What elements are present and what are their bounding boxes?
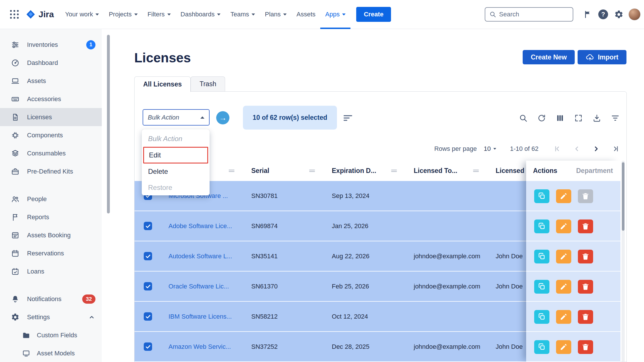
drag-handle-icon[interactable]	[472, 167, 480, 174]
search-box[interactable]	[485, 7, 573, 22]
row-checkbox[interactable]	[144, 252, 152, 260]
sidebar-item-dashboard[interactable]: Dashboard	[0, 54, 102, 72]
delete-button[interactable]	[578, 340, 593, 354]
edit-button[interactable]	[556, 219, 571, 233]
license-name-link[interactable]: Autodesk Software L...	[168, 253, 232, 260]
serial-cell: SN69874	[246, 211, 327, 241]
tab-trash[interactable]: Trash	[191, 76, 225, 91]
help-icon[interactable]: ?	[597, 8, 610, 21]
delete-button[interactable]	[578, 310, 593, 324]
edit-button[interactable]	[556, 280, 571, 294]
sidebar-scrollbar[interactable]	[107, 29, 110, 362]
license-name-link[interactable]: Amazon Web Servic...	[168, 343, 231, 351]
expiration-cell: Aug 22, 2026	[327, 241, 409, 271]
nav-teams[interactable]: Teams	[225, 0, 260, 29]
edit-button[interactable]	[556, 189, 571, 203]
delete-button[interactable]	[578, 219, 593, 233]
header-serial[interactable]: Serial	[246, 161, 327, 181]
license-name-link[interactable]: Oracle Software Lic...	[168, 283, 229, 290]
row-checkbox[interactable]	[144, 312, 152, 321]
expiration-cell: Dec 28, 2025	[327, 332, 409, 361]
license-name-link[interactable]: Adobe Software Lice...	[168, 222, 232, 230]
create-button[interactable]: Create	[356, 7, 391, 22]
row-checkbox[interactable]	[144, 282, 152, 290]
flag-icon[interactable]	[581, 8, 594, 21]
jira-logo[interactable]: Jira	[25, 9, 54, 20]
nav-projects[interactable]: Projects	[104, 0, 142, 29]
header-licensed-to[interactable]: Licensed To...	[409, 161, 490, 181]
scrollbar-thumb[interactable]	[107, 35, 110, 213]
copy-button[interactable]	[534, 189, 549, 203]
last-page-icon[interactable]	[612, 145, 620, 153]
row-checkbox[interactable]	[144, 342, 152, 351]
edit-button[interactable]	[556, 340, 571, 354]
chevron-down-icon	[252, 14, 255, 16]
copy-button[interactable]	[534, 310, 549, 324]
bulk-action-select[interactable]: Bulk Action	[143, 109, 210, 126]
create-new-button[interactable]: Create New	[523, 50, 575, 64]
sidebar-item-reports[interactable]: Reports	[0, 208, 102, 226]
sidebar-item-custom-fields[interactable]: Custom Fields	[0, 326, 102, 344]
nav-your-work[interactable]: Your work	[60, 0, 104, 29]
sidebar-item-people[interactable]: People	[0, 190, 102, 208]
menu-item-edit[interactable]: Edit	[143, 147, 208, 163]
copy-icon	[538, 253, 546, 260]
sidebar-item-accessories[interactable]: Accessories	[0, 90, 102, 108]
search-icon[interactable]	[519, 114, 528, 122]
copy-button[interactable]	[534, 280, 549, 294]
copy-button[interactable]	[534, 219, 549, 233]
edit-button[interactable]	[556, 250, 571, 263]
next-page-icon[interactable]	[593, 145, 600, 153]
nav-assets[interactable]: Assets	[292, 0, 320, 29]
sort-lines-icon[interactable]	[344, 115, 354, 122]
license-name-link[interactable]: IBM Software Licens...	[168, 313, 232, 320]
sidebar-item-licenses[interactable]: Licenses	[0, 108, 102, 126]
apply-bulk-action-button[interactable]: →	[216, 111, 229, 124]
refresh-icon[interactable]	[537, 114, 546, 122]
copy-button[interactable]	[534, 340, 549, 354]
table-scrollbar[interactable]	[622, 161, 625, 362]
import-button[interactable]: Import	[578, 50, 626, 64]
copy-button[interactable]	[534, 250, 549, 263]
header-expiration[interactable]: Expiration D...	[327, 161, 409, 181]
gear-icon[interactable]	[612, 8, 625, 21]
nav-plans[interactable]: Plans	[260, 0, 292, 29]
app-switcher-icon[interactable]	[9, 9, 20, 20]
download-icon[interactable]	[593, 114, 601, 122]
columns-icon[interactable]	[556, 114, 564, 122]
sidebar-item-consumables[interactable]: Consumables	[0, 144, 102, 162]
drag-handle-icon[interactable]	[308, 167, 316, 174]
sidebar-item-settings[interactable]: Settings	[0, 308, 102, 326]
chevron-down-icon	[134, 14, 138, 16]
delete-button[interactable]	[578, 280, 593, 294]
edit-button[interactable]	[556, 310, 571, 324]
sidebar-item-assets[interactable]: Assets	[0, 72, 102, 90]
sidebar-item-notifications[interactable]: Notifications 32	[0, 290, 102, 308]
sidebar-item-loans[interactable]: Loans	[0, 262, 102, 280]
inventories-badge: 1	[86, 40, 95, 49]
tabs: All Licenses Trash	[134, 76, 225, 92]
nav-apps[interactable]: Apps	[320, 0, 350, 29]
scrollbar-thumb[interactable]	[622, 162, 624, 231]
sidebar-item-assets-booking[interactable]: Assets Booking	[0, 226, 102, 244]
sidebar-item-asset-models[interactable]: Asset Models	[0, 344, 102, 362]
delete-button[interactable]	[578, 250, 593, 263]
drag-handle-icon[interactable]	[228, 167, 235, 174]
kits-icon	[11, 167, 20, 176]
nav-filters[interactable]: Filters	[143, 0, 176, 29]
search-input[interactable]	[499, 11, 582, 18]
user-avatar[interactable]	[628, 8, 641, 20]
sidebar-item-components[interactable]: Components	[0, 126, 102, 144]
fullscreen-icon[interactable]	[574, 114, 583, 122]
filter-icon[interactable]	[611, 114, 620, 122]
sidebar-item-reservations[interactable]: Reservations	[0, 244, 102, 262]
drag-handle-icon[interactable]	[390, 167, 398, 174]
sidebar-item-inventories[interactable]: Inventories 1	[0, 36, 102, 54]
tab-all-licenses[interactable]: All Licenses	[134, 76, 191, 92]
rows-per-page-select[interactable]: 10	[484, 145, 496, 153]
menu-item-delete[interactable]: Delete	[142, 163, 210, 180]
row-checkbox[interactable]	[144, 222, 152, 230]
sidebar-item-kits[interactable]: Pre-Defined Kits	[0, 162, 102, 180]
row-actions	[526, 241, 620, 272]
nav-dashboards[interactable]: Dashboards	[176, 0, 226, 29]
